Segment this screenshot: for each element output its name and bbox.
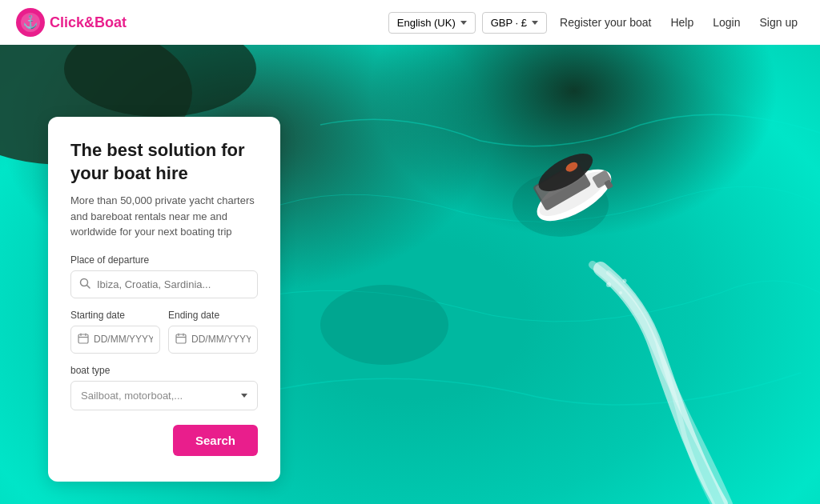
calendar-end-icon <box>175 333 187 346</box>
search-btn-wrap: Search <box>70 425 258 456</box>
signup-link[interactable]: Sign up <box>754 16 804 29</box>
boat-type-label: boat type <box>70 365 258 376</box>
chevron-down-icon <box>532 21 538 25</box>
logo-text: Click&Boat <box>50 14 127 31</box>
language-selector[interactable]: English (UK) <box>388 12 476 34</box>
hero-section: The best solution for your boat hire Mor… <box>0 45 820 504</box>
svg-rect-24 <box>176 334 186 343</box>
nav-right: English (UK) GBP · £ Register your boat … <box>388 12 804 34</box>
ending-date-label: Ending date <box>168 310 258 321</box>
ending-date-input-wrap <box>168 326 258 354</box>
navbar: ⚓ Click&Boat English (UK) GBP · £ Regist… <box>0 0 820 45</box>
boat-type-placeholder: Sailboat, motorboat,... <box>81 390 183 402</box>
svg-point-5 <box>320 285 448 365</box>
departure-input[interactable] <box>97 278 249 290</box>
language-label: English (UK) <box>397 17 456 29</box>
currency-selector[interactable]: GBP · £ <box>482 12 547 34</box>
currency-label: GBP · £ <box>491 17 527 29</box>
departure-input-wrap <box>70 270 258 298</box>
ending-date-field: Ending date <box>168 310 258 354</box>
search-card: The best solution for your boat hire Mor… <box>48 117 280 482</box>
login-link[interactable]: Login <box>706 16 746 29</box>
logo-icon: ⚓ <box>16 8 45 37</box>
starting-date-label: Starting date <box>70 310 160 321</box>
svg-text:⚓: ⚓ <box>22 14 38 30</box>
starting-date-input[interactable] <box>94 334 153 345</box>
register-boat-link[interactable]: Register your boat <box>553 16 657 29</box>
departure-label: Place of departure <box>70 254 258 266</box>
calendar-start-icon <box>78 333 89 346</box>
search-icon <box>79 278 90 291</box>
boat-type-field: boat type Sailboat, motorboat,... <box>70 365 258 410</box>
svg-point-16 <box>619 291 622 294</box>
help-link[interactable]: Help <box>664 16 700 29</box>
starting-date-input-wrap <box>70 326 160 354</box>
date-row: Starting date Ending date <box>70 310 258 354</box>
svg-point-17 <box>623 279 627 283</box>
boat-type-select[interactable]: Sailboat, motorboat,... <box>70 381 258 410</box>
chevron-down-icon <box>241 394 247 398</box>
svg-point-15 <box>606 282 611 287</box>
svg-rect-20 <box>78 334 88 343</box>
chevron-down-icon <box>460 21 467 25</box>
hero-subtext: More than 50,000 private yacht charters … <box>70 193 258 240</box>
starting-date-field: Starting date <box>70 310 160 354</box>
ending-date-input[interactable] <box>191 334 251 345</box>
logo: ⚓ Click&Boat <box>16 8 388 37</box>
svg-line-19 <box>87 285 90 288</box>
hero-heading: The best solution for your boat hire <box>70 139 258 185</box>
search-button[interactable]: Search <box>173 425 258 456</box>
